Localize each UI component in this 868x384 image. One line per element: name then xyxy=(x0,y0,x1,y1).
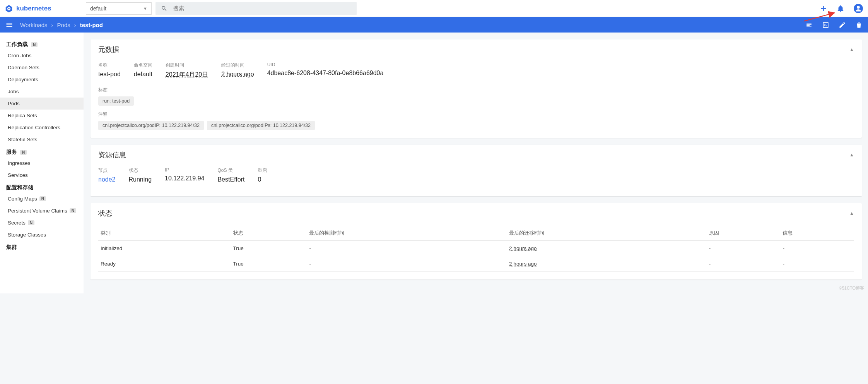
sidebar-item[interactable]: Pods xyxy=(0,98,84,110)
md-elapsed-label: 经过的时间 xyxy=(221,62,254,69)
collapse-icon[interactable]: ▲ xyxy=(849,211,854,216)
collapse-icon[interactable]: ▲ xyxy=(849,152,854,158)
md-uid-label: UID xyxy=(267,62,384,67)
sidebar-item[interactable]: Storage Classes xyxy=(0,229,84,241)
page-actions xyxy=(805,21,863,29)
sidebar-section-header[interactable]: 服务N xyxy=(0,146,84,157)
resource-card: 资源信息 ▲ 节点node2 状态Running IP10.122.219.94… xyxy=(91,145,862,196)
sidebar-item[interactable]: Replica Sets xyxy=(0,110,84,122)
sidebar-item[interactable]: Config MapsN xyxy=(0,193,84,205)
rs-qos-value: BestEffort xyxy=(217,176,244,183)
md-ns-label: 命名空间 xyxy=(134,62,152,69)
sidebar-section-header[interactable]: 工作负载N xyxy=(0,38,84,50)
breadcrumb: Workloads › Pods › test-pod xyxy=(20,22,103,28)
status-th: 最后的检测时间 xyxy=(307,226,507,241)
metadata-primary-row: 名称test-pod 命名空间default 创建时间2021年4月20日 经过… xyxy=(98,60,854,84)
namespace-badge: N xyxy=(31,42,38,47)
table-row: ReadyTrue-2 hours ago-- xyxy=(98,256,854,272)
sidebar-item-label: Services xyxy=(8,172,28,178)
status-card: 状态 ▲ 类别状态最后的检测时间最后的迁移时间原因信息 InitializedT… xyxy=(91,203,862,279)
status-th: 状态 xyxy=(231,226,307,241)
resource-card-title: 资源信息 xyxy=(98,150,126,159)
labels-header: 标签 xyxy=(98,87,854,93)
sidebar-item-label: Cron Jobs xyxy=(8,53,32,58)
namespace-badge: N xyxy=(28,220,34,225)
chevron-right-icon: › xyxy=(51,22,53,28)
status-th: 类别 xyxy=(98,226,231,241)
rs-status-value: Running xyxy=(129,176,152,183)
sidebar-item[interactable]: Replication Controllers xyxy=(0,122,84,134)
status-th: 信息 xyxy=(780,226,854,241)
brand-label: kubernetes xyxy=(16,5,51,12)
resource-row: 节点node2 状态Running IP10.122.219.94 QoS 类B… xyxy=(98,165,854,189)
metadata-card: 元数据 ▲ 名称test-pod 命名空间default 创建时间2021年4月… xyxy=(91,39,862,138)
sidebar-item[interactable]: Cron Jobs xyxy=(0,50,84,62)
rs-qos-label: QoS 类 xyxy=(217,167,244,174)
rs-ip-value: 10.122.219.94 xyxy=(165,175,204,182)
table-cell: - xyxy=(780,241,854,256)
watermark: ©51CTO博客 xyxy=(839,285,864,291)
top-header: kubernetes default ▼ xyxy=(0,0,868,17)
sidebar-item[interactable]: Deployments xyxy=(0,74,84,86)
logs-icon[interactable] xyxy=(805,21,813,29)
breadcrumb-bar: Workloads › Pods › test-pod xyxy=(0,17,868,33)
menu-icon[interactable] xyxy=(5,21,13,29)
sidebar-section-header[interactable]: 配置和存储 xyxy=(0,181,84,193)
md-uid-value: 4dbeac8e-6208-4347-80fa-0e8b66a69d0a xyxy=(267,70,384,77)
svg-point-2 xyxy=(8,8,10,9)
sidebar-item-label: Config Maps xyxy=(8,196,37,202)
edit-icon[interactable] xyxy=(839,21,846,29)
sidebar-item[interactable]: SecretsN xyxy=(0,217,84,229)
search-box[interactable] xyxy=(155,2,357,15)
sidebar-item[interactable]: Ingresses xyxy=(0,157,84,169)
chevron-down-icon: ▼ xyxy=(143,6,147,11)
collapse-icon[interactable]: ▲ xyxy=(849,47,854,52)
annotations-section: 注释 cni.projectcalico.org/podIP: 10.122.2… xyxy=(98,111,854,130)
table-cell: - xyxy=(307,256,507,272)
annotations-header: 注释 xyxy=(98,111,854,118)
namespace-select[interactable]: default ▼ xyxy=(86,2,152,15)
sidebar-item[interactable]: Services xyxy=(0,169,84,181)
crumb-workloads[interactable]: Workloads xyxy=(20,22,48,28)
kubernetes-logo-icon xyxy=(5,4,13,13)
exec-icon[interactable] xyxy=(822,21,829,29)
namespace-badge: N xyxy=(20,150,27,155)
table-cell: True xyxy=(231,241,307,256)
sidebar-item-label: Ingresses xyxy=(8,160,31,166)
sidebar-item[interactable]: Persistent Volume ClaimsN xyxy=(0,205,84,217)
sidebar-item-label: Replication Controllers xyxy=(8,125,60,130)
status-card-title: 状态 xyxy=(98,209,112,218)
table-cell: True xyxy=(231,256,307,272)
crumb-pods[interactable]: Pods xyxy=(57,22,70,28)
chevron-right-icon: › xyxy=(74,22,76,28)
status-th: 最后的迁移时间 xyxy=(507,226,707,241)
search-input[interactable] xyxy=(173,5,351,12)
sidebar-item-label: Persistent Volume Claims xyxy=(8,208,67,214)
table-cell: - xyxy=(707,241,781,256)
table-cell: - xyxy=(780,256,854,272)
rs-restart-value: 0 xyxy=(258,176,267,183)
table-cell: - xyxy=(307,241,507,256)
chip: cni.projectcalico.org/podIP: 10.122.219.… xyxy=(98,121,204,130)
user-circle-icon[interactable] xyxy=(853,3,863,14)
rs-node-value[interactable]: node2 xyxy=(98,176,116,183)
sidebar-item[interactable]: Jobs xyxy=(0,86,84,98)
namespace-value: default xyxy=(90,5,106,12)
md-name-value: test-pod xyxy=(98,71,121,78)
sidebar-item[interactable]: Stateful Sets xyxy=(0,134,84,146)
sidebar-item-label: Stateful Sets xyxy=(8,137,38,142)
sidebar-item[interactable]: Daemon Sets xyxy=(0,62,84,74)
md-created-value: 2021年4月20日 xyxy=(166,71,208,79)
rs-status-label: 状态 xyxy=(129,167,152,174)
brand[interactable]: kubernetes xyxy=(5,4,86,13)
md-name-label: 名称 xyxy=(98,62,121,69)
sidebar-section-header[interactable]: 集群 xyxy=(0,241,84,252)
delete-icon[interactable] xyxy=(855,21,863,29)
namespace-badge: N xyxy=(39,196,46,201)
sidebar-item-label: Deployments xyxy=(8,77,38,82)
bell-icon[interactable] xyxy=(836,4,845,13)
table-cell: 2 hours ago xyxy=(507,241,707,256)
table-cell: 2 hours ago xyxy=(507,256,707,272)
status-table: 类别状态最后的检测时间最后的迁移时间原因信息 InitializedTrue-2… xyxy=(98,226,854,272)
plus-icon[interactable] xyxy=(819,4,828,13)
